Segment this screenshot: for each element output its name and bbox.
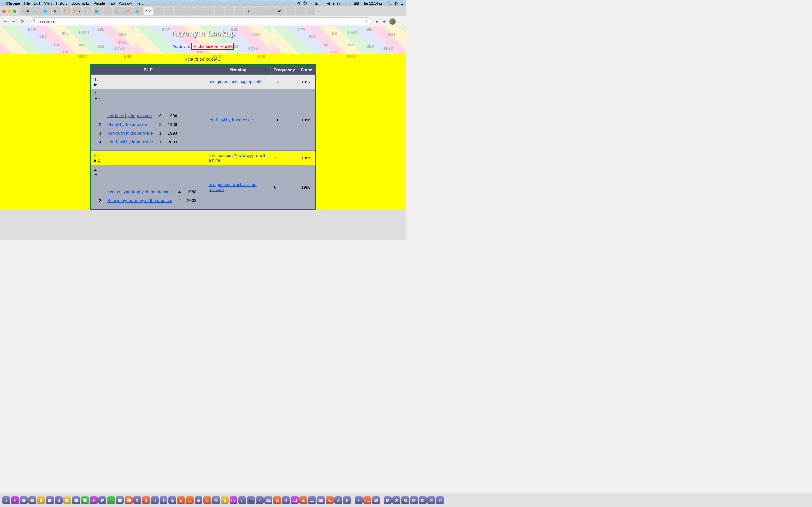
forward-button[interactable]: → xyxy=(11,19,16,24)
browser-tab[interactable] xyxy=(204,7,214,15)
address-bar[interactable]: ⓘ about:blank ☆ xyxy=(28,17,371,25)
browser-tab[interactable]: ✏️F xyxy=(20,7,31,15)
siri-icon[interactable]: ◐ xyxy=(395,1,398,5)
display-icon[interactable]: ▭ xyxy=(321,1,324,5)
browser-tab[interactable]: G xyxy=(52,7,61,15)
browser-tab[interactable] xyxy=(194,7,204,15)
table-row: 3.▶ 2N-nitrosobis (2-hydroxypropyl) amin… xyxy=(91,151,315,165)
site-info-icon[interactable]: ⓘ xyxy=(31,19,35,24)
browser-tab[interactable]: W xyxy=(255,7,265,15)
maximize-window-button[interactable] xyxy=(13,10,16,13)
battery-percent: 94% xyxy=(333,1,340,5)
acronym-input[interactable] xyxy=(192,43,234,50)
url-text: about:blank xyxy=(37,19,56,24)
sub-year: 2003 xyxy=(185,198,198,203)
menu-bookmarks[interactable]: Bookmarks xyxy=(71,1,90,5)
sub-freq: 3 xyxy=(158,122,163,127)
favicon-icon: ✏️ xyxy=(22,9,26,13)
meaning-link[interactable]: N-nitrosobis (2-hydroxypropyl) amine xyxy=(209,153,265,163)
back-button[interactable]: ← xyxy=(3,19,8,24)
page-content: BTW IDK HAGN BBL BBS KISS TTYL KIT PM BE… xyxy=(0,26,406,240)
browser-tab[interactable]: ✏️ xyxy=(83,7,92,15)
menu-tab[interactable]: Tab xyxy=(109,1,115,5)
sub-term-link[interactable]: Tert-butyl hydroperoxide xyxy=(107,131,153,135)
browser-tab[interactable] xyxy=(286,7,295,15)
browser-tab[interactable] xyxy=(164,7,173,15)
close-tab-icon[interactable]: ✕ xyxy=(149,10,151,13)
keyboard-icon[interactable]: ⌨ xyxy=(354,1,359,5)
control-center-icon[interactable]: ☰ xyxy=(400,1,404,5)
browser-tab[interactable]: ✏️ xyxy=(31,7,41,15)
browser-tab[interactable] xyxy=(235,7,245,15)
sub-index: 4 xyxy=(97,139,103,144)
sub-term-link[interactable]: t-butyl hydroperoxide xyxy=(107,122,147,127)
expand-toggle[interactable]: ▼ 2 xyxy=(94,172,202,177)
expand-toggle[interactable]: ▼ 4 xyxy=(94,96,202,101)
acronym-label-link[interactable]: Acronym: xyxy=(172,44,190,49)
chrome-menu-icon[interactable]: ⋮ xyxy=(399,19,403,24)
table-row: 4.▼ 21benign hypertrophy of the prostate… xyxy=(91,165,315,209)
browser-tab[interactable]: ✏️ xyxy=(62,7,71,15)
menu-window[interactable]: Window xyxy=(119,1,132,5)
app-name[interactable]: Chrome xyxy=(6,1,20,5)
minimize-window-button[interactable] xyxy=(8,10,11,13)
browser-tab[interactable] xyxy=(184,7,194,15)
meaning-link[interactable]: benign hypertrophy of the prostate xyxy=(209,182,257,192)
browser-tab[interactable]: 🌐 xyxy=(93,7,102,15)
meaning-link[interactable]: tert-butyl hydroperoxide xyxy=(209,117,253,122)
extension-icon[interactable]: ▼ xyxy=(375,19,379,24)
clock[interactable]: Thu 12:54 pm xyxy=(362,1,384,5)
header-banner: BTW IDK HAGN BBL BBS KISS TTYL KIT PM BE… xyxy=(0,26,406,54)
browser-tab[interactable]: 🌐 xyxy=(133,7,143,15)
profile-avatar[interactable] xyxy=(389,18,396,24)
close-window-button[interactable] xyxy=(2,10,6,13)
browser-tab[interactable]: ✏️ xyxy=(113,7,123,15)
sub-term-link[interactable]: tert.-butyl hydroperoxide xyxy=(107,139,153,144)
battery-icon[interactable]: ⚡▭ xyxy=(343,1,351,5)
status-icon[interactable]: Ⓜ xyxy=(303,1,307,6)
new-tab-button[interactable]: + xyxy=(316,9,322,14)
browser-tab-active[interactable]: A ✕ xyxy=(144,7,153,15)
menu-people[interactable]: People xyxy=(94,1,105,5)
browser-tab[interactable] xyxy=(225,7,234,15)
browser-tab[interactable] xyxy=(296,7,305,15)
sub-row: 3Tert-butyl hydroperoxide11993 xyxy=(97,131,179,135)
browser-tab[interactable] xyxy=(103,7,112,15)
spotlight-icon[interactable]: 🔍 xyxy=(387,1,392,5)
status-icon[interactable]: ⚙ xyxy=(297,1,301,5)
wifi-icon[interactable]: ◉ xyxy=(315,1,318,5)
menu-history[interactable]: History xyxy=(56,1,67,5)
menu-view[interactable]: View xyxy=(44,1,52,5)
browser-tab[interactable] xyxy=(265,7,275,15)
browser-tab[interactable]: W xyxy=(275,7,285,15)
browser-tab[interactable] xyxy=(214,7,224,15)
browser-tab[interactable] xyxy=(174,7,184,15)
meaning-link[interactable]: benign prostatic hyperplasia xyxy=(209,79,261,84)
window-controls xyxy=(2,10,16,13)
bookmark-star-icon[interactable]: ☆ xyxy=(365,19,368,24)
sub-term-link[interactable]: benign hypertrophy of the prostate xyxy=(107,189,172,194)
browser-tab[interactable]: 🌐 xyxy=(42,7,51,15)
favicon-icon: cP xyxy=(125,9,129,13)
expand-toggle[interactable]: ▶ 4 xyxy=(94,82,202,87)
reload-button[interactable]: ⟳ xyxy=(20,19,25,24)
sub-table: 1benign hypertrophy of the prostate41988… xyxy=(94,185,201,207)
table-row: 1.▶ 4benign prostatic hyperplasia121992 xyxy=(91,75,315,89)
row-number: 4. xyxy=(94,167,202,172)
browser-tab[interactable]: W xyxy=(245,7,255,15)
browser-tab[interactable] xyxy=(306,7,315,15)
browser-tab[interactable]: ✏️F xyxy=(72,7,82,15)
menu-help[interactable]: Help xyxy=(136,1,144,5)
extensions-puzzle-icon[interactable]: ✱ xyxy=(382,19,386,24)
menu-file[interactable]: File xyxy=(24,1,30,5)
browser-tab[interactable] xyxy=(154,7,163,15)
sub-term-link[interactable]: Benign hypertrophy of the prostate xyxy=(107,198,172,203)
expand-toggle[interactable]: ▶ 2 xyxy=(94,158,202,163)
sub-term-link[interactable]: tert-butyl hydroperoxide xyxy=(107,113,152,118)
bluetooth-icon[interactable]: ᚼ xyxy=(310,1,312,5)
since-cell: 1988 xyxy=(298,165,315,209)
freq-cell: 11 xyxy=(271,89,298,151)
menu-edit[interactable]: Edit xyxy=(34,1,40,5)
volume-icon[interactable]: ◀ xyxy=(327,1,330,5)
browser-tab[interactable]: cP xyxy=(123,7,133,15)
